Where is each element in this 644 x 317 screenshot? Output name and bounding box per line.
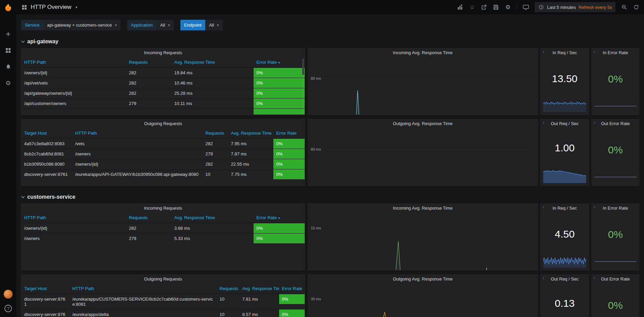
user-avatar[interactable] (4, 290, 13, 299)
error-rate-badge: 0% (254, 233, 305, 243)
share-icon[interactable] (481, 4, 487, 10)
panel-cs-out-req-sec: i Out Req / Sec 0.13 (541, 274, 589, 317)
refresh-icon[interactable] (633, 4, 639, 10)
table-cell: 0% (273, 159, 305, 169)
panel-title[interactable]: Out Req / Sec (541, 275, 589, 284)
column-header-http-path[interactable]: HTTP Path (73, 128, 203, 138)
application-dropdown[interactable]: All ▾ (156, 20, 173, 30)
table-cell: 5.33 ms (172, 233, 254, 244)
endpoint-dropdown[interactable]: All ▾ (205, 20, 222, 30)
table-row: /api/customer/owners27910.11 ms0% (21, 99, 305, 109)
table-cell: /owners (21, 233, 126, 244)
panel-title[interactable]: Out Error Rate (592, 119, 639, 128)
panel-title[interactable]: In Req / Sec (541, 48, 589, 57)
column-header-error-rate[interactable]: Error Rate▾ (254, 57, 305, 67)
info-icon[interactable]: i (543, 276, 544, 280)
panel-title[interactable]: Outgoing Requests (21, 275, 305, 284)
column-header-requests[interactable]: Requests (126, 213, 172, 223)
time-range-picker[interactable]: Last 5 minutes Refresh every 5s (535, 2, 615, 12)
error-rate-badge: 0% (254, 223, 305, 233)
column-header-requests[interactable]: Requests (126, 57, 172, 67)
panel-title[interactable]: Outgoing Avg. Response Time (308, 275, 537, 284)
service-variable[interactable]: Service api-gateway + customers-service … (21, 20, 120, 30)
column-header-error-rate[interactable]: Error Rate (273, 128, 305, 138)
section-title: customers-service (27, 194, 75, 200)
table-row: /owners/{id}2823.68 ms0% (21, 223, 305, 233)
panel-ag-outgoing-response-time: Outgoing Avg. Response Time 80 ms60 ms40… (308, 119, 538, 186)
timeseries-plot[interactable] (324, 215, 534, 270)
error-rate-badge: 0% (273, 169, 305, 179)
column-header-error-rate[interactable]: Error Rate▾ (254, 213, 305, 223)
panel-title[interactable]: Incoming Avg. Response Time (308, 48, 537, 57)
stat-value: 4.50 (541, 213, 589, 255)
dashboards-icon[interactable] (5, 47, 12, 54)
service-dropdown[interactable]: api-gateway + customers-service ▾ (43, 20, 120, 30)
info-icon[interactable]: i (543, 49, 544, 54)
endpoint-label: Endpoint (180, 20, 205, 30)
create-plus-icon[interactable] (5, 31, 12, 37)
tv-icon[interactable] (523, 4, 529, 10)
timeseries-plot[interactable] (324, 59, 534, 115)
panel-title[interactable]: Out Req / Sec (541, 119, 589, 128)
table-cell: 25.28 ms (172, 88, 254, 99)
column-header-avg-response-time[interactable]: Avg. Response Time (240, 284, 279, 294)
panel-title[interactable]: Incoming Avg. Response Time (308, 204, 537, 213)
panel-title[interactable]: Out Error Rate (592, 275, 639, 284)
endpoint-variable[interactable]: Endpoint All ▾ (180, 20, 223, 30)
column-header-http-path[interactable]: HTTP Path (69, 284, 217, 294)
zoom-out-icon[interactable] (621, 4, 627, 10)
chevron-down-icon: ▾ (217, 23, 219, 27)
timeseries-plot[interactable] (324, 130, 534, 186)
alerting-bell-icon[interactable] (5, 63, 12, 70)
info-icon[interactable]: i (594, 205, 595, 209)
panel-ag-incoming-response-time: Incoming Avg. Response Time 80 ms60 ms40… (308, 48, 538, 115)
column-header-avg-response-time[interactable]: Avg. Response Time (228, 128, 273, 138)
panel-title[interactable]: In Req / Sec (541, 204, 589, 213)
info-icon[interactable]: i (543, 120, 544, 124)
section-customers-service[interactable]: customers-service (16, 190, 644, 203)
star-icon[interactable]: ☆ (469, 4, 475, 10)
add-panel-icon[interactable] (457, 4, 463, 10)
refresh-interval-label[interactable]: Refresh every 5s (579, 5, 612, 10)
panel-title[interactable]: Outgoing Requests (21, 119, 305, 128)
sparkline (543, 255, 586, 268)
table-row: b1b30950c086:8080/owners/{id}28222.55 ms… (21, 159, 305, 169)
panel-ag-in-error-rate: i In Error Rate 0% (592, 48, 639, 115)
column-header-target-host[interactable]: Target Host (21, 284, 69, 294)
panel-title[interactable]: Outgoing Avg. Response Time (308, 119, 537, 128)
column-header-error-rate[interactable]: Error Rate (279, 284, 305, 294)
column-header-http-path[interactable]: HTTP Path (21, 213, 126, 223)
settings-icon[interactable]: ⚙ (505, 4, 511, 10)
application-variable[interactable]: Application All ▾ (127, 20, 174, 30)
column-header-http-path[interactable]: HTTP Path (21, 57, 126, 67)
info-icon[interactable]: i (543, 205, 544, 209)
save-icon[interactable] (493, 4, 499, 10)
table-scrollbar[interactable] (302, 59, 304, 113)
table-cell: 7.95 ms (228, 138, 273, 149)
dashboard-title-button[interactable]: HTTP Overview ▾ (21, 4, 77, 11)
timeseries-plot[interactable] (324, 286, 534, 317)
table-cell: 282 (126, 67, 172, 78)
panel-title[interactable]: In Error Rate (592, 204, 639, 213)
panel-title[interactable]: Incoming Requests (21, 48, 305, 57)
column-header-target-host[interactable]: Target Host (21, 128, 73, 138)
section-api-gateway[interactable]: api-gateway (16, 34, 644, 48)
column-header-requests[interactable]: Requests (217, 284, 240, 294)
panel-title[interactable]: Incoming Requests (21, 204, 305, 213)
info-icon[interactable]: i (594, 276, 595, 280)
table-cell (254, 109, 305, 115)
info-icon[interactable]: i (594, 49, 595, 54)
error-rate-badge: 0% (279, 310, 305, 317)
column-header-requests[interactable]: Requests (203, 128, 228, 138)
configuration-gear-icon[interactable]: ⚙ (5, 80, 12, 87)
info-icon[interactable]: i (594, 120, 595, 124)
panel-title[interactable]: In Error Rate (592, 48, 639, 57)
table-cell: discovery-server:8761 (21, 169, 73, 180)
ag-incoming-requests-table: HTTP PathRequestsAvg. Response TimeError… (21, 57, 305, 115)
table-cell: /eureka/apps/delta (69, 310, 217, 317)
column-header-avg-response-time[interactable]: Avg. Response Time (172, 57, 254, 67)
help-icon[interactable]: ? (4, 305, 12, 312)
table-cell: /eureka/apps/API-GATEWAY/b1b30950c086:ap… (73, 169, 203, 180)
grafana-logo[interactable] (0, 0, 16, 16)
column-header-avg-response-time[interactable]: Avg. Response Time (172, 213, 254, 223)
